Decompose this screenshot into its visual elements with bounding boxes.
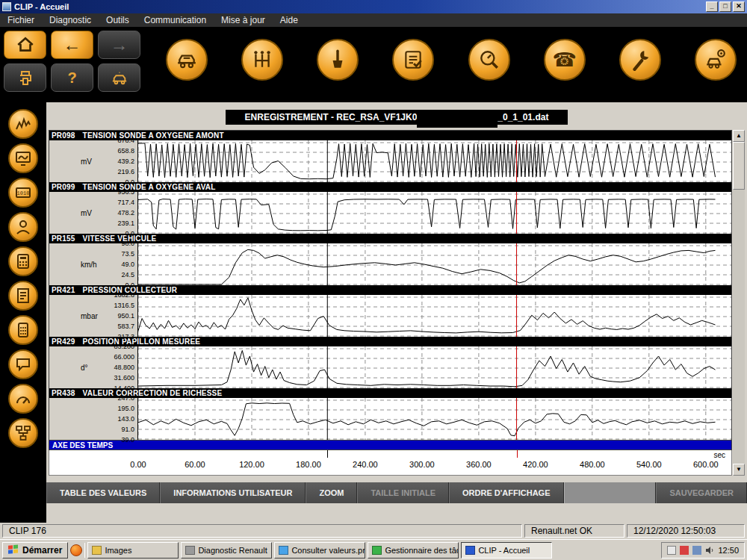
menu-item-aide[interactable]: Aide	[280, 15, 298, 25]
close-button[interactable]: ✕	[733, 1, 745, 12]
vehicle-info-button[interactable]	[98, 63, 140, 92]
vehicle-locate-button[interactable]	[695, 39, 737, 81]
y-axis-gutter: d°83.20066.00048.80031.60014.400	[49, 346, 137, 388]
antivirus-icon[interactable]	[680, 546, 689, 555]
sidebar-technician-button[interactable]	[8, 212, 38, 242]
scrollbar-track[interactable]	[733, 142, 745, 464]
taskbar-item-diagnostic-renault[interactable]: Diagnostic Renault	[181, 542, 272, 559]
menu-item-mise-a-jour[interactable]: Mise à jour	[221, 15, 265, 25]
home-button[interactable]	[4, 31, 46, 59]
minimize-button[interactable]: _	[706, 1, 718, 12]
y-axis-labels: 247.0195.0143.091.039.0	[87, 398, 134, 440]
notepad-icon	[14, 287, 32, 305]
svg-text:1010: 1010	[17, 190, 30, 196]
y-axis-gutter: km/h98.073.549.024.50.0	[49, 243, 137, 285]
taskbar-item-images[interactable]: Images	[87, 542, 179, 559]
diagnostic-app-icon	[185, 546, 195, 555]
phone-support-button[interactable]: ☎	[544, 39, 586, 81]
left-sidebar: 1010	[0, 102, 46, 523]
printer-icon	[16, 69, 34, 87]
task-manager-icon	[372, 546, 382, 555]
home-icon	[16, 35, 35, 55]
chart-panel-pr429: PR429 POSITION PAPILLON MESUREE d°83.200…	[49, 337, 731, 388]
chart-plot-pr429[interactable]	[137, 346, 731, 388]
sidebar-notepad-button[interactable]	[8, 281, 38, 311]
chart-label: VALEUR CORRECTION DE RICHESSE	[83, 389, 223, 397]
sidebar-phone-keypad-button[interactable]	[8, 315, 38, 345]
x-axis: 0.0060.00120.00180.00240.00300.00360.004…	[49, 450, 732, 476]
manual-command-button[interactable]	[317, 39, 359, 81]
zoom-button[interactable]: ZOOM	[306, 482, 357, 503]
sidebar-speedometer-button[interactable]	[8, 384, 38, 414]
sidebar-flowchart-button[interactable]	[8, 418, 38, 448]
input-language-icon[interactable]	[667, 546, 676, 555]
back-button[interactable]: ←	[51, 31, 93, 59]
sidebar-dialog-button[interactable]	[8, 349, 38, 379]
menu-item-fichier[interactable]: Fichier	[7, 15, 34, 25]
sauvegarder-button: SAUVEGARDER	[656, 482, 747, 503]
toolbar: ← → ?	[0, 27, 747, 102]
start-button[interactable]: Démarrer	[2, 542, 68, 559]
back-arrow-icon: ←	[63, 36, 81, 54]
gearbox-button[interactable]	[241, 39, 283, 81]
repair-button[interactable]	[619, 39, 661, 81]
blank-button	[564, 482, 657, 503]
chart-plot-pr098[interactable]	[137, 140, 731, 182]
menu-item-communication[interactable]: Communication	[144, 15, 206, 25]
informations-utilisateur-button[interactable]: INFORMATIONS UTILISATEUR	[160, 482, 306, 503]
forward-button: →	[98, 31, 140, 59]
recording-title-suffix: _0_1_01.dat	[498, 112, 548, 122]
chart-plot-pr155[interactable]	[137, 243, 731, 285]
x-axis-ticks: 0.0060.00120.00180.00240.00300.00360.004…	[138, 450, 731, 475]
y-axis-labels: 98.073.549.024.50.0	[87, 243, 134, 285]
ordre-affichage-button[interactable]: ORDRE D'AFFICHAGE	[449, 482, 564, 503]
chart-plot-pr099[interactable]	[137, 192, 731, 234]
menu-item-outils[interactable]: Outils	[106, 15, 129, 25]
chart-id: PR429	[52, 337, 75, 346]
help-button[interactable]: ?	[51, 63, 93, 92]
question-mark-icon: ?	[67, 69, 76, 87]
chart-panel-pr098: PR098 TENSION SONDE A OXYGENE AMONT mV87…	[49, 131, 731, 182]
chart-header: PR155 VITESSE VEHICULE	[49, 234, 731, 243]
charts-frame: PR098 TENSION SONDE A OXYGENE AMONT mV87…	[49, 130, 732, 441]
sidebar-calculator-button[interactable]	[8, 246, 38, 276]
print-button[interactable]	[4, 63, 46, 92]
sidebar-curves-button[interactable]	[8, 109, 38, 139]
taskbar-item-gestionnaire-taches[interactable]: Gestionnaire des tâc...	[368, 542, 459, 559]
vertical-scrollbar[interactable]: ▲ ▼	[733, 130, 745, 476]
maximize-button[interactable]: □	[719, 1, 731, 12]
status-datetime: 12/12/2020 12:50:03	[627, 524, 745, 538]
chart-panel-pr099: PR099 TENSION SONDE A OXYGENE AVAL mV956…	[49, 182, 731, 234]
network-icon[interactable]	[692, 546, 701, 555]
chart-id: PR099	[52, 183, 75, 191]
table-des-valeurs-button[interactable]: TABLE DES VALEURS	[46, 482, 160, 503]
flowchart-icon	[14, 424, 32, 442]
quick-launch-browser-icon[interactable]	[70, 544, 82, 556]
x-axis-unit: sec	[713, 451, 725, 459]
scroll-down-arrow[interactable]: ▼	[733, 464, 745, 476]
measurement-button[interactable]	[468, 39, 510, 81]
speedometer-icon	[14, 390, 32, 408]
sidebar-values-screen-button[interactable]	[8, 143, 38, 173]
chart-plot-pr421[interactable]	[137, 295, 731, 337]
volume-icon[interactable]	[705, 546, 714, 555]
clip-application-window: CLIP - Accueil _ □ ✕ Fichier Diagnostic …	[0, 0, 747, 560]
checklist-icon	[402, 49, 424, 71]
hand-pointer-icon	[326, 49, 349, 71]
taskbar-item-clip-accueil[interactable]: CLIP - Accueil	[461, 542, 552, 559]
car-diagnostic-button[interactable]	[166, 39, 208, 81]
scrollbar-thumb[interactable]	[733, 142, 745, 190]
chart-plot-pr438[interactable]	[137, 398, 731, 440]
y-axis-labels: 878.4658.8439.2219.60.0	[87, 140, 134, 182]
taskbar-clock: 12:50	[718, 546, 739, 555]
sidebar-binary-display-button[interactable]: 1010	[8, 178, 38, 208]
y-axis-labels: 83.20066.00048.80031.60014.400	[87, 346, 134, 388]
scroll-up-arrow[interactable]: ▲	[733, 130, 745, 142]
wrench-icon	[629, 49, 651, 71]
menu-item-diagnostic[interactable]: Diagnostic	[49, 15, 91, 25]
windows-taskbar: Démarrer Images Diagnostic Renault Consu…	[0, 539, 747, 560]
checklist-button[interactable]	[392, 39, 434, 81]
taskbar-item-consulter-valeurs[interactable]: Consulter valeurs.pn...	[274, 542, 365, 559]
time-axis-bar: AXE DES TEMPS	[49, 441, 732, 450]
forward-arrow-icon: →	[111, 36, 128, 54]
